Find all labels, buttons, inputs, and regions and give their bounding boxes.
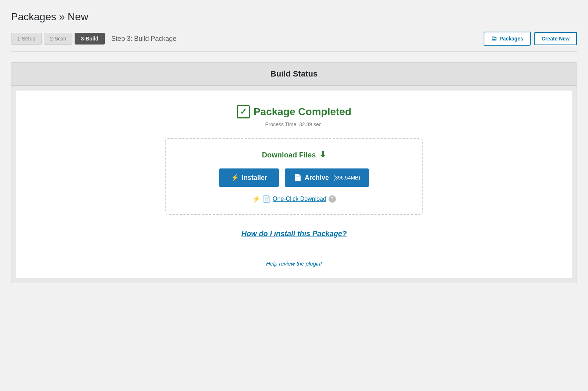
- review-plugin-link[interactable]: Help review the plugin!: [266, 260, 322, 267]
- step-bar: 1-Setup 2-Scan 3-Build Step 3: Build Pac…: [11, 32, 577, 52]
- archive-button[interactable]: 📄 Archive (396.54MB): [285, 168, 369, 187]
- packages-button[interactable]: 🗂 Packages: [484, 32, 531, 46]
- packages-folder-icon: 🗂: [491, 35, 497, 42]
- process-time-value: 32.89 sec.: [299, 121, 323, 127]
- page-title: Packages » New: [11, 11, 577, 23]
- how-install-link[interactable]: How do I install this Package?: [27, 230, 561, 238]
- download-buttons: ⚡ Installer 📄 Archive (396.54MB): [181, 168, 407, 187]
- one-click-bolt-icon: ⚡: [252, 195, 260, 203]
- help-tooltip-icon[interactable]: ?: [329, 195, 336, 203]
- main-card-body: ✓ Package Completed Process Time: 32.89 …: [16, 90, 572, 278]
- card-footer: Help review the plugin!: [27, 253, 561, 267]
- step-1-button[interactable]: 1-Setup: [11, 33, 42, 45]
- main-card: Build Status ✓ Package Completed Process…: [11, 62, 577, 283]
- one-click-download-link[interactable]: One-Click Download: [273, 196, 326, 202]
- installer-button[interactable]: ⚡ Installer: [219, 168, 279, 187]
- download-section: Download Files ⬇ ⚡ Installer 📄 Archive (…: [165, 138, 423, 215]
- one-click-row: ⚡ 📄 One-Click Download ?: [181, 195, 407, 203]
- header-actions: 🗂 Packages Create New: [484, 32, 577, 46]
- bolt-icon: ⚡: [231, 174, 239, 182]
- create-new-button[interactable]: Create New: [534, 32, 577, 45]
- download-icon: ⬇: [319, 150, 326, 160]
- process-time: Process Time: 32.89 sec.: [27, 121, 561, 127]
- package-completed-row: ✓ Package Completed: [27, 105, 561, 118]
- one-click-file-icon: 📄: [262, 195, 270, 203]
- build-status-title: Build Status: [19, 69, 569, 79]
- process-time-label: Process Time:: [265, 121, 298, 127]
- main-card-header: Build Status: [11, 63, 577, 86]
- current-step-label: Step 3: Build Package: [111, 35, 484, 43]
- checkmark-icon: ✓: [237, 105, 250, 118]
- archive-file-icon: 📄: [294, 174, 302, 182]
- step-2-button[interactable]: 2-Scan: [44, 33, 72, 45]
- archive-size: (396.54MB): [333, 175, 360, 181]
- download-files-title: Download Files ⬇: [181, 150, 407, 160]
- step-3-button[interactable]: 3-Build: [75, 33, 104, 45]
- package-completed-text: Package Completed: [254, 106, 351, 118]
